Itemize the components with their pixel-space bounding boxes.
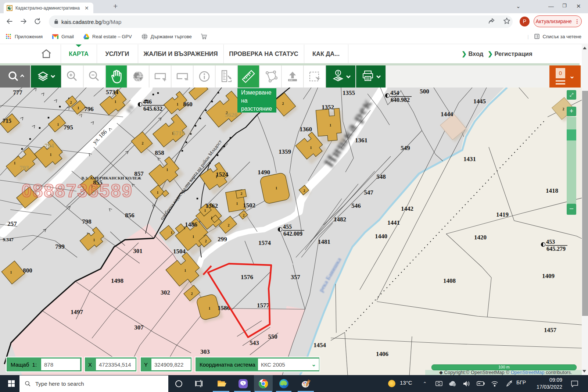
svg-text:1454: 1454 — [313, 342, 326, 349]
svg-text:1440: 1440 — [375, 233, 387, 240]
svg-text:2: 2 — [142, 141, 144, 145]
svg-text:549: 549 — [401, 145, 410, 152]
svg-text:858: 858 — [155, 149, 164, 156]
svg-text:2: 2 — [70, 100, 72, 104]
svg-text:1481: 1481 — [318, 238, 330, 245]
svg-text:799: 799 — [55, 243, 65, 250]
svg-text:543: 543 — [250, 339, 259, 346]
svg-text:1406: 1406 — [376, 350, 388, 357]
svg-text:1: 1 — [209, 306, 211, 310]
svg-text:454: 454 — [390, 90, 399, 96]
svg-text:В.З. АМЕРИКАНСКИ КОЛЕЖ: В.З. АМЕРИКАНСКИ КОЛЕЖ — [81, 176, 141, 180]
svg-text:1444: 1444 — [441, 111, 453, 118]
svg-text:1: 1 — [171, 231, 173, 235]
svg-text:5719: 5719 — [172, 130, 185, 137]
svg-text:1: 1 — [50, 153, 52, 157]
svg-text:1361: 1361 — [355, 137, 368, 144]
svg-text:1497: 1497 — [71, 309, 83, 316]
svg-text:1: 1 — [184, 268, 186, 272]
svg-text:1: 1 — [310, 146, 312, 150]
svg-text:550: 550 — [268, 333, 277, 340]
svg-text:1: 1 — [236, 202, 238, 206]
svg-text:500: 500 — [420, 88, 429, 95]
svg-text:1: 1 — [211, 216, 213, 220]
svg-text:1352: 1352 — [322, 104, 334, 111]
svg-text:1408: 1408 — [443, 277, 456, 284]
svg-text:1: 1 — [166, 168, 168, 172]
svg-text:1576: 1576 — [241, 274, 253, 281]
svg-text:1419: 1419 — [496, 211, 509, 218]
svg-text:1359: 1359 — [279, 148, 291, 155]
svg-text:1: 1 — [193, 235, 194, 239]
svg-text:645.632: 645.632 — [143, 106, 162, 112]
svg-text:301: 301 — [133, 247, 143, 254]
svg-text:1574: 1574 — [258, 239, 271, 246]
svg-text:2: 2 — [282, 101, 284, 106]
svg-text:1: 1 — [330, 123, 331, 127]
svg-text:1486: 1486 — [185, 221, 197, 228]
svg-text:794: 794 — [44, 142, 54, 149]
svg-text:795: 795 — [64, 124, 73, 131]
svg-text:1524: 1524 — [216, 171, 229, 178]
svg-text:1504: 1504 — [173, 248, 186, 255]
svg-text:257: 257 — [7, 220, 17, 227]
svg-text:1: 1 — [57, 122, 59, 126]
svg-text:1431: 1431 — [463, 156, 476, 163]
svg-text:2: 2 — [304, 189, 305, 193]
svg-text:777: 777 — [13, 89, 22, 96]
svg-text:548: 548 — [376, 173, 386, 180]
svg-text:1445: 1445 — [473, 98, 486, 105]
svg-text:5734: 5734 — [106, 89, 119, 96]
svg-text:1: 1 — [157, 190, 159, 195]
svg-text:1: 1 — [78, 106, 79, 110]
svg-text:640.982: 640.982 — [391, 97, 410, 103]
svg-text:453: 453 — [546, 239, 555, 245]
svg-text:9.347: 9.347 — [3, 237, 14, 242]
svg-text:1498: 1498 — [111, 277, 123, 284]
svg-text:1490: 1490 — [258, 169, 270, 176]
svg-text:1: 1 — [276, 186, 277, 190]
svg-text:1360: 1360 — [300, 126, 312, 133]
svg-text:299: 299 — [218, 236, 227, 243]
svg-text:1: 1 — [115, 100, 116, 104]
svg-text:357: 357 — [291, 274, 300, 281]
svg-text:1577: 1577 — [257, 302, 270, 309]
svg-text:5620: 5620 — [225, 111, 237, 118]
svg-text:1: 1 — [93, 238, 95, 242]
svg-text:547: 547 — [364, 189, 373, 196]
svg-text:1420: 1420 — [474, 234, 487, 241]
svg-text:546: 546 — [351, 202, 361, 209]
svg-text:446: 446 — [143, 99, 152, 105]
svg-text:1441: 1441 — [387, 219, 400, 226]
svg-text:2: 2 — [191, 292, 193, 296]
svg-text:1482: 1482 — [334, 216, 346, 223]
svg-text:793: 793 — [19, 164, 29, 171]
svg-text:2: 2 — [228, 223, 230, 227]
svg-text:2: 2 — [563, 107, 564, 111]
svg-text:1: 1 — [177, 102, 179, 106]
svg-text:860: 860 — [183, 101, 193, 108]
svg-text:796: 796 — [84, 106, 94, 113]
svg-text:303: 303 — [200, 348, 210, 355]
svg-text:1355: 1355 — [343, 89, 355, 96]
svg-text:642.009: 642.009 — [283, 231, 302, 237]
svg-text:302: 302 — [161, 289, 170, 296]
svg-text:1418: 1418 — [546, 187, 558, 194]
svg-text:1457: 1457 — [544, 327, 557, 334]
svg-text:2: 2 — [205, 239, 207, 243]
svg-text:0888736589: 0888736589 — [21, 181, 133, 201]
svg-text:307: 307 — [134, 324, 144, 331]
svg-text:1: 1 — [10, 270, 12, 274]
svg-text:455: 455 — [283, 224, 292, 230]
svg-text:1362: 1362 — [205, 202, 218, 209]
svg-text:1502: 1502 — [243, 202, 255, 209]
svg-text:856: 856 — [125, 212, 135, 219]
svg-text:1442: 1442 — [401, 205, 413, 212]
svg-text:1: 1 — [14, 161, 16, 165]
svg-text:645.279: 645.279 — [546, 246, 566, 252]
svg-text:1409: 1409 — [542, 272, 555, 279]
svg-text:2: 2 — [243, 213, 245, 217]
svg-text:800: 800 — [23, 267, 32, 274]
svg-text:798: 798 — [82, 218, 92, 225]
svg-text:715: 715 — [3, 118, 11, 124]
